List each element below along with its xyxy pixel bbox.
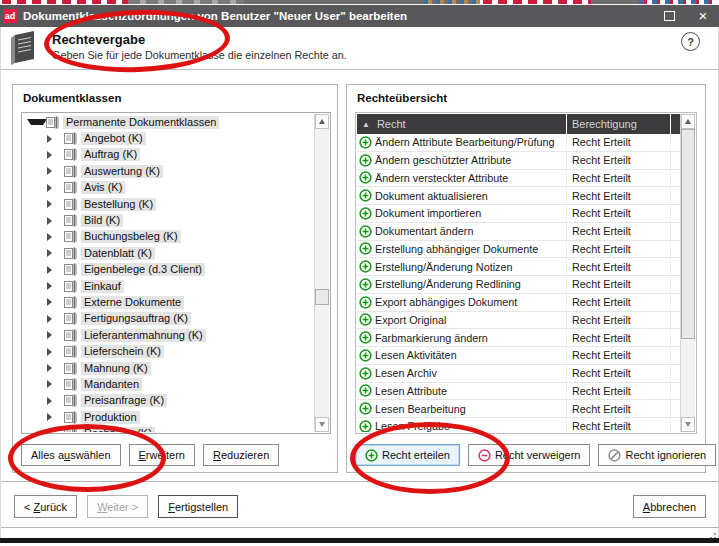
expand-icon[interactable] — [47, 135, 64, 143]
expand-icon[interactable] — [49, 364, 61, 372]
table-row[interactable]: Lesen ArchivRecht Erteilt — [357, 365, 684, 383]
table-row[interactable]: Farbmarkierung ändernRecht Erteilt — [357, 329, 684, 347]
tree-item[interactable]: Bestellung (K) — [23, 196, 314, 212]
expand-icon[interactable] — [49, 430, 61, 432]
document-class-tree[interactable]: Permanente Dokumentklassen Angebot (K) A… — [21, 112, 331, 434]
tree-item[interactable]: Mandanten — [23, 376, 314, 392]
expand-icon[interactable] — [49, 397, 61, 405]
table-row[interactable]: Ändern geschützter AttributeRecht Erteil… — [357, 152, 684, 170]
expand-icon[interactable] — [49, 298, 61, 306]
expand-icon[interactable] — [49, 348, 61, 356]
table-row[interactable]: Erstellung/Änderung RedliningRecht Ertei… — [357, 276, 684, 294]
table-row[interactable]: Lesen FreigabeRecht Erteilt — [357, 418, 684, 432]
table-row[interactable]: Dokument aktualisierenRecht Erteilt — [357, 187, 684, 205]
expand-icon[interactable] — [47, 266, 64, 274]
expand-button[interactable]: Erweitern — [129, 444, 195, 466]
collapse-icon[interactable] — [31, 119, 43, 125]
tree-item[interactable]: Rechnung (K) — [23, 425, 314, 432]
expand-icon[interactable] — [47, 413, 64, 421]
rights-table[interactable]: ▲ Recht Berechtigung Ändern Attribute Be… — [355, 112, 697, 434]
maximize-button[interactable] — [661, 8, 677, 24]
tree-item[interactable]: Buchungsbeleg (K) — [23, 229, 314, 245]
finish-button[interactable]: Fertigstellen — [158, 495, 238, 518]
help-button[interactable]: ? — [681, 32, 700, 51]
collapse-icon[interactable] — [27, 119, 47, 125]
ignore-right-button[interactable]: Recht ignorieren — [598, 444, 716, 466]
tree-item[interactable]: Auswertung (K) — [23, 163, 314, 179]
tree-item[interactable]: Einkauf — [23, 278, 314, 294]
select-all-button[interactable]: Alles auswählen — [21, 444, 121, 466]
expand-icon[interactable] — [49, 200, 61, 208]
expand-icon[interactable] — [47, 380, 64, 388]
back-button[interactable]: < Zurück — [14, 495, 77, 518]
expand-icon[interactable] — [49, 249, 61, 257]
table-row[interactable]: Ändern Attribute Bearbeitung/PrüfungRech… — [357, 134, 684, 152]
next-button[interactable]: Weiter > — [87, 495, 148, 518]
tree-item[interactable]: Preisanfrage (K) — [23, 393, 314, 409]
expand-icon[interactable] — [47, 217, 64, 225]
expand-icon[interactable] — [47, 430, 64, 432]
expand-icon[interactable] — [47, 282, 64, 290]
table-row[interactable]: Ändern versteckter AttributeRecht Erteil… — [357, 170, 684, 188]
expand-icon[interactable] — [47, 249, 64, 257]
tree-item[interactable]: Eigenbelege (d.3 Client) — [23, 262, 314, 278]
close-button[interactable]: × — [695, 8, 711, 24]
expand-icon[interactable] — [49, 282, 61, 290]
scrollbar-track[interactable] — [315, 129, 329, 417]
table-scrollbar[interactable] — [680, 114, 695, 432]
scroll-down-button[interactable] — [315, 417, 329, 432]
cancel-button[interactable]: Abbrechen — [633, 495, 706, 518]
table-row[interactable]: Dokument importierenRecht Erteilt — [357, 205, 684, 223]
reduce-button[interactable]: Reduzieren — [203, 444, 279, 466]
table-row[interactable]: Lesen AttributeRecht Erteilt — [357, 383, 684, 401]
tree-item[interactable]: Lieferschein (K) — [23, 343, 314, 359]
expand-icon[interactable] — [49, 266, 61, 274]
tree-item[interactable]: Produktion — [23, 409, 314, 425]
scroll-up-button[interactable] — [315, 114, 329, 129]
expand-icon[interactable] — [47, 331, 64, 339]
tree-item[interactable]: Mahnung (K) — [23, 360, 314, 376]
tree-item[interactable]: Avis (K) — [23, 180, 314, 196]
table-row[interactable]: Dokumentart ändernRecht Erteilt — [357, 223, 684, 241]
expand-icon[interactable] — [47, 184, 64, 192]
table-row[interactable]: Erstellung abhängiger DokumenteRecht Ert… — [357, 241, 684, 259]
scrollbar-thumb[interactable] — [315, 289, 329, 305]
table-row[interactable]: Lesen BearbeitungRecht Erteilt — [357, 400, 684, 418]
expand-icon[interactable] — [49, 151, 61, 159]
deny-right-button[interactable]: Recht verweigern — [468, 444, 591, 466]
tree-item[interactable]: Angebot (K) — [23, 130, 314, 146]
expand-icon[interactable] — [47, 348, 64, 356]
expand-icon[interactable] — [47, 364, 64, 372]
expand-icon[interactable] — [49, 233, 61, 241]
expand-icon[interactable] — [47, 233, 64, 241]
expand-icon[interactable] — [49, 167, 61, 175]
scroll-up-button[interactable] — [681, 114, 695, 129]
expand-icon[interactable] — [47, 315, 64, 323]
tree-item[interactable]: Datenblatt (K) — [23, 245, 314, 261]
expand-icon[interactable] — [49, 331, 61, 339]
tree-item[interactable]: Bild (K) — [23, 212, 314, 228]
tree-item[interactable]: Externe Dokumente — [23, 294, 314, 310]
expand-icon[interactable] — [49, 135, 61, 143]
table-row[interactable]: Export OriginalRecht Erteilt — [357, 312, 684, 330]
expand-icon[interactable] — [49, 217, 61, 225]
expand-icon[interactable] — [49, 184, 61, 192]
scroll-down-button[interactable] — [681, 417, 695, 432]
tree-item[interactable]: Auftrag (K) — [23, 147, 314, 163]
grant-right-button[interactable]: Recht erteilen — [355, 444, 460, 466]
tree-scrollbar[interactable] — [314, 114, 329, 432]
scrollbar-track[interactable] — [681, 129, 695, 417]
scrollbar-thumb[interactable] — [681, 129, 695, 339]
tree-item[interactable]: Lieferantenmahnung (K) — [23, 327, 314, 343]
table-row[interactable]: Erstellung/Änderung NotizenRecht Erteilt — [357, 258, 684, 276]
tree-item[interactable]: Permanente Dokumentklassen — [23, 114, 314, 130]
expand-icon[interactable] — [49, 413, 61, 421]
table-row[interactable]: Lesen AktivitätenRecht Erteilt — [357, 347, 684, 365]
expand-icon[interactable] — [47, 167, 64, 175]
expand-icon[interactable] — [47, 298, 64, 306]
expand-icon[interactable] — [49, 380, 61, 388]
tree-item[interactable]: Fertigungsauftrag (K) — [23, 311, 314, 327]
expand-icon[interactable] — [47, 151, 64, 159]
expand-icon[interactable] — [47, 200, 64, 208]
expand-icon[interactable] — [49, 315, 61, 323]
